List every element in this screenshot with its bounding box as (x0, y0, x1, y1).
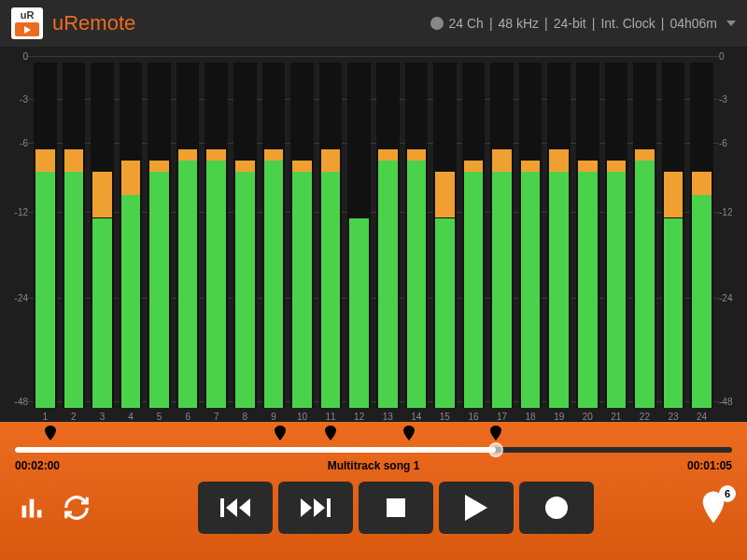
record-button[interactable] (519, 482, 594, 534)
marker-strip[interactable] (15, 426, 732, 441)
scale-tick: -12 (719, 206, 732, 217)
channel-number: 23 (668, 412, 678, 422)
channel-meter[interactable]: 23 (662, 63, 685, 422)
channel-number: 10 (297, 412, 307, 422)
marker-count-badge: 6 (719, 485, 736, 502)
scale-tick: -24 (15, 293, 28, 303)
app-title: uRemote (52, 11, 135, 35)
time-position: 00:02:00 (15, 459, 60, 472)
progress-track[interactable] (15, 442, 732, 457)
channel-number: 15 (440, 412, 450, 422)
marker-pin-icon[interactable] (325, 426, 336, 441)
channel-meter[interactable]: 13 (376, 63, 400, 422)
scale-right: 0-3-6-12-24-48 (719, 56, 740, 401)
marker-list-button[interactable]: 6 (698, 489, 732, 526)
channel-meter[interactable]: 10 (290, 63, 314, 422)
channel-number: 18 (526, 412, 536, 422)
channel-number: 17 (497, 412, 507, 422)
channel-number: 9 (271, 412, 276, 422)
marker-pin-icon[interactable] (403, 426, 415, 441)
channel-meter[interactable]: 5 (148, 63, 171, 422)
channel-number: 21 (611, 412, 621, 422)
svg-marker-10 (465, 495, 487, 521)
channel-number: 20 (583, 412, 593, 422)
time-duration: 00:01:05 (687, 459, 732, 472)
marker-pin-icon[interactable] (45, 426, 56, 441)
svg-rect-2 (37, 510, 42, 517)
svg-rect-8 (327, 498, 331, 517)
channel-number: 22 (640, 412, 650, 422)
channel-number: 16 (468, 412, 478, 422)
svg-point-11 (545, 497, 568, 519)
svg-rect-0 (22, 506, 27, 518)
channel-meter[interactable]: 15 (433, 63, 457, 422)
channel-meter[interactable]: 19 (547, 63, 571, 422)
channel-meter[interactable]: 21 (605, 63, 628, 422)
svg-rect-9 (387, 498, 405, 517)
channel-meter[interactable]: 9 (262, 63, 286, 422)
channel-meter[interactable]: 6 (176, 63, 200, 422)
channel-number: 4 (128, 412, 134, 422)
chevron-down-icon (726, 21, 736, 26)
channel-meter[interactable]: 11 (319, 63, 343, 422)
channel-meter[interactable]: 3 (91, 63, 114, 422)
channel-number: 14 (411, 412, 421, 422)
logo-text: uR (21, 10, 35, 21)
channel-number: 11 (326, 412, 336, 422)
channel-meter[interactable]: 2 (63, 63, 86, 422)
transport-panel: 00:02:00 Multitrack song 1 00:01:05 (0, 422, 747, 560)
channel-meter[interactable]: 18 (519, 63, 543, 422)
meters-view-button[interactable] (15, 491, 49, 525)
status-remaining: 04h06m (669, 16, 717, 31)
svg-marker-7 (314, 498, 325, 517)
meter-bars: 123456789101112131415161718192021222324 (34, 56, 713, 422)
channel-meter[interactable]: 1 (34, 63, 57, 422)
channel-meter[interactable]: 4 (120, 63, 143, 422)
status-bar[interactable]: 24 Ch| 48 kHz| 24-bit| Int. Clock| 04h06… (430, 16, 736, 31)
channel-meter[interactable]: 8 (233, 63, 257, 422)
channel-meter[interactable]: 17 (490, 63, 514, 422)
channel-number: 24 (697, 412, 707, 422)
status-samplerate: 48 kHz (499, 16, 540, 31)
channel-meter[interactable]: 22 (633, 63, 656, 422)
channel-meter[interactable]: 14 (405, 63, 429, 422)
scale-tick: -6 (20, 137, 28, 147)
svg-marker-4 (226, 498, 237, 517)
scale-tick: 0 (719, 51, 725, 62)
refresh-button[interactable] (60, 491, 93, 525)
playhead-handle[interactable] (488, 442, 503, 457)
scale-tick: -3 (719, 94, 727, 105)
channel-number: 13 (383, 412, 393, 422)
channel-number: 5 (157, 412, 162, 422)
svg-rect-3 (220, 498, 224, 517)
next-button[interactable] (278, 482, 353, 534)
prev-button[interactable] (198, 482, 273, 534)
marker-pin-icon[interactable] (490, 426, 501, 441)
svg-marker-5 (239, 498, 250, 517)
channel-number: 2 (71, 412, 77, 422)
scale-tick: -48 (719, 397, 732, 407)
status-channels: 24 Ch (449, 16, 484, 31)
play-button[interactable] (439, 482, 514, 534)
status-indicator-icon (430, 17, 444, 30)
meter-panel: 0-3-6-12-24-48 0-3-6-12-24-48 1234567891… (0, 47, 747, 422)
channel-number: 12 (354, 412, 364, 422)
channel-meter[interactable]: 24 (690, 63, 713, 422)
svg-marker-6 (301, 498, 312, 517)
channel-meter[interactable]: 12 (347, 63, 371, 422)
channel-number: 7 (214, 412, 219, 422)
channel-number: 6 (185, 412, 190, 422)
stop-button[interactable] (359, 482, 433, 534)
channel-meter[interactable]: 16 (462, 63, 486, 422)
marker-pin-icon[interactable] (275, 426, 286, 441)
scale-tick: -6 (719, 137, 727, 147)
channel-meter[interactable]: 7 (204, 63, 228, 422)
scale-tick: -3 (20, 94, 28, 105)
scale-tick: -24 (719, 293, 732, 303)
channel-meter[interactable]: 20 (576, 63, 599, 422)
app-logo: uR (11, 7, 43, 39)
scale-left: 0-3-6-12-24-48 (7, 56, 28, 401)
channel-number: 3 (100, 412, 106, 422)
channel-number: 19 (554, 412, 564, 422)
app-header: uR uRemote 24 Ch| 48 kHz| 24-bit| Int. C… (0, 0, 747, 47)
